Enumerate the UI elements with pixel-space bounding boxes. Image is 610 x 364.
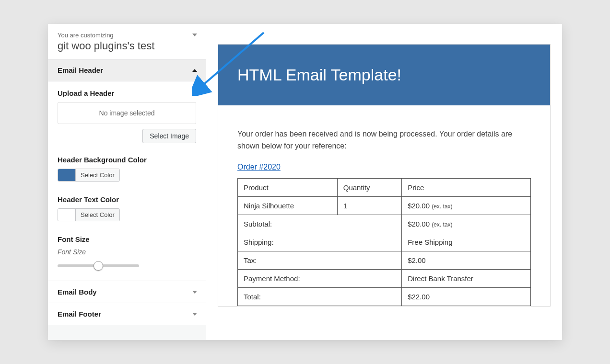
chevron-down-icon[interactable]: [192, 34, 197, 36]
section-email-header[interactable]: Email Header: [48, 59, 206, 81]
text-color-control: Select Color: [58, 208, 120, 221]
cell-label: Total:: [238, 287, 402, 306]
section-email-footer[interactable]: Email Footer: [48, 303, 206, 325]
cell-product: Ninja Silhouette: [238, 196, 338, 215]
cell-price: $20.00 (ex. tax): [402, 196, 531, 215]
text-color-label: Header Text Color: [58, 195, 196, 204]
text-color-swatch[interactable]: [58, 209, 75, 221]
col-product: Product: [238, 178, 338, 196]
select-image-button[interactable]: Select Image: [142, 129, 196, 143]
section-email-header-body: Upload a Header No image selected Select…: [48, 81, 206, 281]
cell-value: $22.00: [402, 287, 531, 306]
cell-label: Shipping:: [238, 233, 402, 251]
text-color-select-button[interactable]: Select Color: [75, 209, 119, 221]
email-header: HTML Email Template!: [218, 45, 550, 105]
chevron-down-icon: [192, 291, 197, 294]
cell-qty: 1: [337, 196, 401, 215]
bg-color-label: Header Background Color: [58, 156, 196, 164]
bg-color-swatch[interactable]: [58, 169, 75, 181]
cell-label: Subtotal:: [238, 215, 402, 233]
email-container: HTML Email Template! Your order has been…: [218, 44, 551, 307]
cell-value: Direct Bank Transfer: [402, 269, 531, 287]
table-row: Total: $22.00: [238, 287, 531, 306]
order-link[interactable]: Order #2020: [237, 163, 281, 171]
font-size-slider[interactable]: [58, 264, 139, 267]
image-placeholder: No image selected: [58, 102, 196, 124]
section-email-body[interactable]: Email Body: [48, 281, 206, 303]
col-quantity: Quantity: [337, 178, 401, 196]
bg-color-control: Select Color: [58, 169, 120, 182]
site-title: git woo plugins's test: [58, 40, 196, 52]
email-preview: HTML Email Template! Your order has been…: [206, 24, 562, 340]
email-intro-text: Your order has been received and is now …: [237, 128, 531, 152]
email-body: Your order has been received and is now …: [218, 105, 550, 306]
chevron-down-icon: [192, 313, 197, 316]
chevron-up-icon: [192, 69, 197, 72]
customizing-label: You are customizing: [58, 32, 196, 39]
col-price: Price: [402, 178, 531, 196]
font-size-label: Font Size: [58, 235, 196, 243]
upload-header-label: Upload a Header: [58, 89, 196, 97]
section-title: Email Body: [58, 288, 97, 296]
section-title: Email Header: [58, 66, 103, 74]
table-row: Tax: $2.00: [238, 251, 531, 269]
cell-label: Tax:: [238, 251, 402, 269]
table-header-row: Product Quantity Price: [238, 178, 531, 196]
customizer-panel-header: You are customizing git woo plugins's te…: [48, 24, 206, 59]
cell-value: Free Shipping: [402, 233, 531, 251]
cell-label: Payment Method:: [238, 269, 402, 287]
cell-value: $20.00 (ex. tax): [402, 215, 531, 233]
customizer-sidebar: You are customizing git woo plugins's te…: [48, 24, 206, 340]
font-size-hint: Font Size: [58, 248, 196, 256]
table-row: Shipping: Free Shipping: [238, 233, 531, 251]
order-table: Product Quantity Price Ninja Silhouette …: [237, 178, 531, 306]
cell-value: $2.00: [402, 251, 531, 269]
email-title: HTML Email Template!: [237, 66, 401, 84]
bg-color-select-button[interactable]: Select Color: [75, 169, 119, 181]
table-row: Subtotal: $20.00 (ex. tax): [238, 215, 531, 233]
table-row: Payment Method: Direct Bank Transfer: [238, 269, 531, 287]
table-row: Ninja Silhouette 1 $20.00 (ex. tax): [238, 196, 531, 215]
section-title: Email Footer: [58, 310, 101, 318]
